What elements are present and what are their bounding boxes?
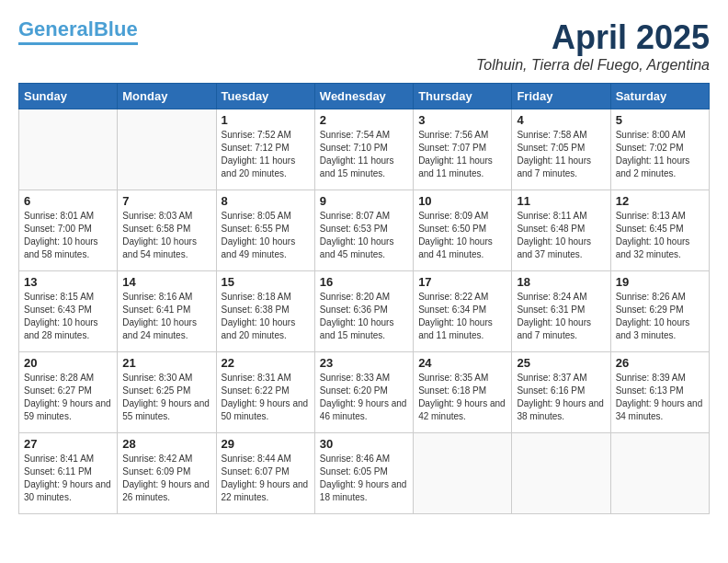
- day-info: Sunrise: 8:33 AM Sunset: 6:20 PM Dayligh…: [320, 372, 408, 423]
- calendar-cell: 12Sunrise: 8:13 AM Sunset: 6:45 PM Dayli…: [610, 190, 709, 271]
- weekday-header-row: SundayMondayTuesdayWednesdayThursdayFrid…: [19, 84, 710, 109]
- day-info: Sunrise: 8:13 AM Sunset: 6:45 PM Dayligh…: [616, 210, 704, 261]
- day-number: 15: [222, 275, 310, 289]
- calendar-cell: 21Sunrise: 8:30 AM Sunset: 6:25 PM Dayli…: [118, 352, 216, 433]
- calendar-cell: 4Sunrise: 7:58 AM Sunset: 7:05 PM Daylig…: [512, 109, 610, 190]
- day-number: 8: [222, 194, 310, 208]
- calendar-subtitle: Tolhuin, Tierra del Fuego, Argentina: [476, 57, 710, 74]
- calendar-cell: 27Sunrise: 8:41 AM Sunset: 6:11 PM Dayli…: [19, 433, 118, 514]
- day-info: Sunrise: 8:16 AM Sunset: 6:41 PM Dayligh…: [122, 291, 210, 342]
- day-number: 30: [320, 437, 408, 451]
- day-number: 1: [222, 113, 310, 127]
- weekday-header-saturday: Saturday: [610, 84, 709, 109]
- day-number: 19: [616, 275, 704, 289]
- day-info: Sunrise: 8:39 AM Sunset: 6:13 PM Dayligh…: [616, 372, 704, 423]
- day-info: Sunrise: 8:41 AM Sunset: 6:11 PM Dayligh…: [24, 453, 112, 504]
- day-info: Sunrise: 7:54 AM Sunset: 7:10 PM Dayligh…: [320, 129, 408, 180]
- day-number: 4: [517, 113, 605, 127]
- logo-underline: [18, 42, 138, 45]
- day-number: 27: [24, 437, 112, 451]
- calendar-cell: [19, 109, 118, 190]
- day-number: 21: [122, 356, 210, 370]
- calendar-cell: 13Sunrise: 8:15 AM Sunset: 6:43 PM Dayli…: [19, 271, 118, 352]
- calendar-cell: 17Sunrise: 8:22 AM Sunset: 6:34 PM Dayli…: [414, 271, 512, 352]
- week-row-2: 6Sunrise: 8:01 AM Sunset: 7:00 PM Daylig…: [19, 190, 710, 271]
- weekday-header-monday: Monday: [118, 84, 216, 109]
- calendar-cell: 16Sunrise: 8:20 AM Sunset: 6:36 PM Dayli…: [314, 271, 413, 352]
- day-info: Sunrise: 7:56 AM Sunset: 7:07 PM Dayligh…: [418, 129, 506, 180]
- title-area: April 2025 Tolhuin, Tierra del Fuego, Ar…: [476, 18, 710, 74]
- day-info: Sunrise: 8:26 AM Sunset: 6:29 PM Dayligh…: [616, 291, 704, 342]
- day-number: 17: [418, 275, 506, 289]
- calendar-cell: 9Sunrise: 8:07 AM Sunset: 6:53 PM Daylig…: [314, 190, 413, 271]
- day-info: Sunrise: 8:03 AM Sunset: 6:58 PM Dayligh…: [122, 210, 210, 261]
- calendar-cell: 14Sunrise: 8:16 AM Sunset: 6:41 PM Dayli…: [118, 271, 216, 352]
- day-info: Sunrise: 8:11 AM Sunset: 6:48 PM Dayligh…: [517, 210, 605, 261]
- weekday-header-tuesday: Tuesday: [216, 84, 314, 109]
- week-row-1: 1Sunrise: 7:52 AM Sunset: 7:12 PM Daylig…: [19, 109, 710, 190]
- calendar-cell: 24Sunrise: 8:35 AM Sunset: 6:18 PM Dayli…: [414, 352, 512, 433]
- calendar-cell: [512, 433, 610, 514]
- week-row-3: 13Sunrise: 8:15 AM Sunset: 6:43 PM Dayli…: [19, 271, 710, 352]
- calendar-cell: [610, 433, 709, 514]
- day-info: Sunrise: 8:30 AM Sunset: 6:25 PM Dayligh…: [122, 372, 210, 423]
- logo-blue: Blue: [94, 17, 138, 40]
- calendar-cell: [118, 109, 216, 190]
- day-number: 14: [122, 275, 210, 289]
- day-number: 26: [616, 356, 704, 370]
- day-number: 20: [24, 356, 112, 370]
- day-number: 6: [24, 194, 112, 208]
- day-number: 28: [122, 437, 210, 451]
- logo-general: General: [18, 17, 94, 40]
- day-info: Sunrise: 8:07 AM Sunset: 6:53 PM Dayligh…: [320, 210, 408, 261]
- calendar-cell: 23Sunrise: 8:33 AM Sunset: 6:20 PM Dayli…: [314, 352, 413, 433]
- calendar-cell: 2Sunrise: 7:54 AM Sunset: 7:10 PM Daylig…: [314, 109, 413, 190]
- calendar-cell: 26Sunrise: 8:39 AM Sunset: 6:13 PM Dayli…: [610, 352, 709, 433]
- day-info: Sunrise: 8:44 AM Sunset: 6:07 PM Dayligh…: [222, 453, 310, 504]
- week-row-5: 27Sunrise: 8:41 AM Sunset: 6:11 PM Dayli…: [19, 433, 710, 514]
- calendar-cell: 18Sunrise: 8:24 AM Sunset: 6:31 PM Dayli…: [512, 271, 610, 352]
- day-number: 23: [320, 356, 408, 370]
- logo: GeneralBlue: [18, 18, 138, 45]
- weekday-header-thursday: Thursday: [414, 84, 512, 109]
- day-info: Sunrise: 8:24 AM Sunset: 6:31 PM Dayligh…: [517, 291, 605, 342]
- day-info: Sunrise: 8:18 AM Sunset: 6:38 PM Dayligh…: [222, 291, 310, 342]
- weekday-header-sunday: Sunday: [19, 84, 118, 109]
- day-number: 22: [222, 356, 310, 370]
- day-number: 5: [616, 113, 704, 127]
- day-info: Sunrise: 8:37 AM Sunset: 6:16 PM Dayligh…: [517, 372, 605, 423]
- calendar-cell: [414, 433, 512, 514]
- calendar-cell: 30Sunrise: 8:46 AM Sunset: 6:05 PM Dayli…: [314, 433, 413, 514]
- day-number: 9: [320, 194, 408, 208]
- day-info: Sunrise: 8:31 AM Sunset: 6:22 PM Dayligh…: [222, 372, 310, 423]
- calendar-cell: 6Sunrise: 8:01 AM Sunset: 7:00 PM Daylig…: [19, 190, 118, 271]
- day-number: 25: [517, 356, 605, 370]
- header: GeneralBlue April 2025 Tolhuin, Tierra d…: [18, 18, 710, 74]
- calendar-cell: 7Sunrise: 8:03 AM Sunset: 6:58 PM Daylig…: [118, 190, 216, 271]
- day-info: Sunrise: 8:01 AM Sunset: 7:00 PM Dayligh…: [24, 210, 112, 261]
- weekday-header-friday: Friday: [512, 84, 610, 109]
- calendar-cell: 5Sunrise: 8:00 AM Sunset: 7:02 PM Daylig…: [610, 109, 709, 190]
- day-info: Sunrise: 8:42 AM Sunset: 6:09 PM Dayligh…: [122, 453, 210, 504]
- day-number: 18: [517, 275, 605, 289]
- day-number: 13: [24, 275, 112, 289]
- day-info: Sunrise: 8:00 AM Sunset: 7:02 PM Dayligh…: [616, 129, 704, 180]
- day-number: 24: [418, 356, 506, 370]
- day-info: Sunrise: 8:05 AM Sunset: 6:55 PM Dayligh…: [222, 210, 310, 261]
- week-row-4: 20Sunrise: 8:28 AM Sunset: 6:27 PM Dayli…: [19, 352, 710, 433]
- calendar-cell: 1Sunrise: 7:52 AM Sunset: 7:12 PM Daylig…: [216, 109, 314, 190]
- calendar-cell: 11Sunrise: 8:11 AM Sunset: 6:48 PM Dayli…: [512, 190, 610, 271]
- calendar-cell: 28Sunrise: 8:42 AM Sunset: 6:09 PM Dayli…: [118, 433, 216, 514]
- day-info: Sunrise: 8:20 AM Sunset: 6:36 PM Dayligh…: [320, 291, 408, 342]
- calendar-table: SundayMondayTuesdayWednesdayThursdayFrid…: [18, 83, 710, 514]
- weekday-header-wednesday: Wednesday: [314, 84, 413, 109]
- day-number: 3: [418, 113, 506, 127]
- day-info: Sunrise: 7:58 AM Sunset: 7:05 PM Dayligh…: [517, 129, 605, 180]
- day-info: Sunrise: 8:28 AM Sunset: 6:27 PM Dayligh…: [24, 372, 112, 423]
- calendar-cell: 29Sunrise: 8:44 AM Sunset: 6:07 PM Dayli…: [216, 433, 314, 514]
- calendar-cell: 20Sunrise: 8:28 AM Sunset: 6:27 PM Dayli…: [19, 352, 118, 433]
- day-info: Sunrise: 8:09 AM Sunset: 6:50 PM Dayligh…: [418, 210, 506, 261]
- calendar-title: April 2025: [476, 18, 710, 57]
- day-number: 10: [418, 194, 506, 208]
- day-number: 29: [222, 437, 310, 451]
